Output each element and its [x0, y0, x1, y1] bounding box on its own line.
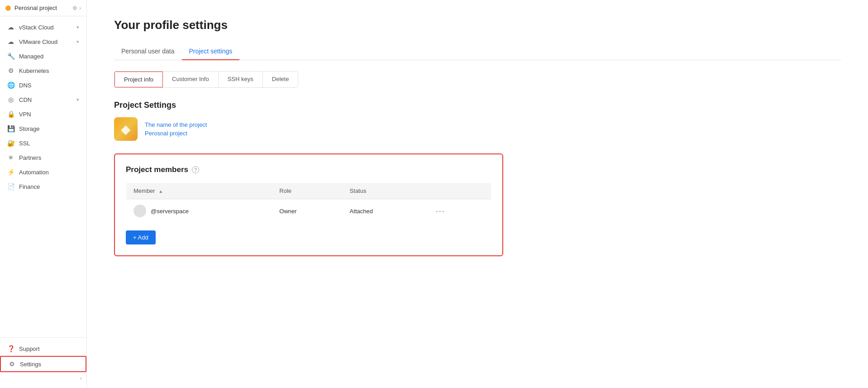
project-settings-title: Project Settings: [114, 101, 841, 110]
sidebar-item-finance[interactable]: 📄 Finance: [0, 179, 86, 194]
sidebar-item-dns[interactable]: 🌐 DNS: [0, 78, 86, 92]
storage-icon: 💾: [7, 125, 14, 132]
managed-icon: 🔧: [7, 53, 14, 60]
project-info-text: The name of the project Perosnal project: [145, 121, 207, 137]
sidebar-item-partners[interactable]: ✳ Partners: [0, 150, 86, 165]
sidebar-footer: ❓ Support ⚙ Settings ‹: [0, 337, 86, 388]
cdn-icon: ◎: [7, 96, 14, 103]
tab-personal-user-data[interactable]: Personal user data: [114, 43, 182, 60]
member-avatar-cell: @serverspace: [134, 205, 265, 217]
project-name-value: Perosnal project: [145, 130, 207, 137]
sidebar-item-label: DNS: [19, 82, 79, 89]
tab-project-settings[interactable]: Project settings: [182, 43, 240, 60]
sub-tab-customer-info[interactable]: Customer Info: [163, 72, 219, 87]
sidebar-item-label: vStack Cloud: [19, 24, 72, 31]
column-status: Status: [343, 183, 426, 199]
chevron-down-icon: ▾: [76, 39, 79, 45]
member-avatar: [134, 205, 146, 217]
sidebar-header-icons: ⚙ ›: [72, 5, 81, 11]
finance-icon: 📄: [7, 183, 14, 190]
members-header: Project members ?: [126, 165, 491, 174]
sidebar-item-label: Managed: [19, 53, 79, 60]
project-settings-section: Project Settings The name of the project…: [114, 101, 841, 141]
sidebar-item-label: VPN: [19, 111, 79, 118]
sidebar-collapse-button[interactable]: ‹: [0, 372, 86, 384]
cloud-icon: ☁: [7, 24, 14, 31]
chevron-down-icon: ▾: [76, 97, 79, 103]
sidebar-item-label: Automation: [19, 169, 79, 176]
settings-icon: ⚙: [8, 360, 15, 368]
sidebar: Perosnal project ⚙ › ☁ vStack Cloud ▾ ☁ …: [0, 0, 87, 388]
column-member-label: Member: [134, 187, 155, 194]
project-members-section: Project members ? Member ▲ Role Status: [114, 153, 503, 256]
automation-icon: ⚡: [7, 168, 14, 176]
member-name: @serverspace: [151, 208, 189, 215]
column-role: Role: [272, 183, 342, 199]
sub-tabs: Project info Customer Info SSH keys Dele…: [114, 71, 298, 88]
sidebar-item-cdn[interactable]: ◎ CDN ▾: [0, 92, 86, 107]
chevron-right-icon[interactable]: ›: [79, 5, 81, 11]
sidebar-item-storage[interactable]: 💾 Storage: [0, 121, 86, 136]
ssl-icon: 🔐: [7, 139, 14, 147]
partners-icon: ✳: [7, 154, 14, 161]
sidebar-item-label: Kubernetes: [19, 67, 79, 74]
sidebar-project[interactable]: Perosnal project: [5, 5, 57, 11]
sidebar-item-ssl[interactable]: 🔐 SSL: [0, 136, 86, 150]
status-cell: Attached: [343, 199, 426, 223]
project-info-row: The name of the project Perosnal project: [114, 117, 841, 141]
page-title: Your profile settings: [114, 18, 841, 32]
column-actions: [426, 183, 491, 199]
sidebar-item-label: SSL: [19, 140, 79, 147]
top-tabs: Personal user data Project settings: [114, 43, 841, 60]
actions-cell: ···: [426, 199, 491, 223]
sidebar-item-vpn[interactable]: 🔒 VPN: [0, 107, 86, 121]
sidebar-item-vstack-cloud[interactable]: ☁ vStack Cloud ▾: [0, 20, 86, 34]
sidebar-item-label: CDN: [19, 96, 72, 103]
sidebar-item-settings[interactable]: ⚙ Settings: [0, 356, 86, 372]
kubernetes-icon: ⚙: [7, 67, 14, 74]
sidebar-item-label: VMware Cloud: [19, 38, 72, 45]
column-member: Member ▲: [126, 183, 272, 199]
sidebar-item-vmware-cloud[interactable]: ☁ VMware Cloud ▾: [0, 34, 86, 49]
member-cell: @serverspace: [126, 199, 272, 223]
table-row: @serverspace Owner Attached ···: [126, 199, 491, 223]
sidebar-item-label: Partners: [19, 154, 79, 161]
gear-icon[interactable]: ⚙: [72, 5, 77, 11]
members-title: Project members: [126, 165, 188, 174]
sidebar-item-label: Storage: [19, 125, 79, 132]
main-content: Your profile settings Personal user data…: [87, 0, 868, 388]
sidebar-header: Perosnal project ⚙ ›: [0, 0, 86, 16]
sub-tab-ssh-keys[interactable]: SSH keys: [219, 72, 263, 87]
more-options-button[interactable]: ···: [433, 206, 448, 217]
vpn-icon: 🔒: [7, 110, 14, 118]
sidebar-item-support[interactable]: ❓ Support: [0, 341, 86, 356]
add-member-button[interactable]: + Add: [126, 230, 156, 244]
project-avatar: [114, 117, 138, 141]
sort-icon[interactable]: ▲: [158, 189, 163, 194]
sidebar-item-managed[interactable]: 🔧 Managed: [0, 49, 86, 63]
sub-tab-delete[interactable]: Delete: [263, 72, 298, 87]
sidebar-item-automation[interactable]: ⚡ Automation: [0, 165, 86, 179]
sidebar-item-label: Settings: [20, 361, 78, 368]
project-dot-icon: [5, 5, 11, 11]
sidebar-nav: ☁ vStack Cloud ▾ ☁ VMware Cloud ▾ 🔧 Mana…: [0, 16, 86, 337]
dns-icon: 🌐: [7, 81, 14, 89]
cloud-icon: ☁: [7, 38, 14, 45]
project-name-label: The name of the project: [145, 121, 207, 128]
sidebar-item-kubernetes[interactable]: ⚙ Kubernetes: [0, 63, 86, 78]
members-table: Member ▲ Role Status @serverspace: [126, 182, 491, 223]
chevron-down-icon: ▾: [76, 24, 79, 30]
sidebar-item-label: Support: [19, 345, 79, 352]
table-header-row: Member ▲ Role Status: [126, 183, 491, 199]
sidebar-project-name: Perosnal project: [14, 5, 57, 11]
sub-tab-project-info[interactable]: Project info: [114, 71, 163, 88]
sidebar-item-label: Finance: [19, 183, 79, 190]
help-icon[interactable]: ?: [192, 166, 199, 173]
role-cell: Owner: [272, 199, 342, 223]
support-icon: ❓: [7, 345, 14, 352]
